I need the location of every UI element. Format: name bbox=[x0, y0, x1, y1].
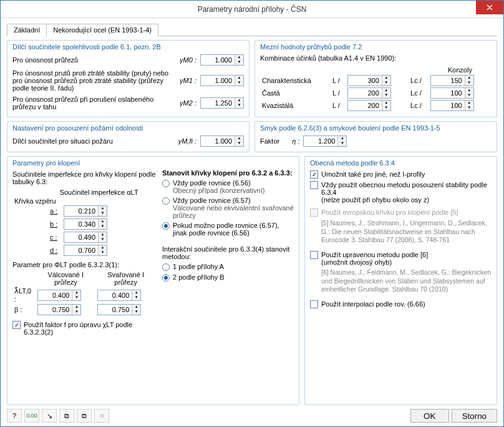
beta-sym: β : bbox=[12, 303, 36, 316]
gm1-symbol: γM1 : bbox=[180, 77, 196, 84]
ltb-alpha-b[interactable]: ▲▼ bbox=[64, 218, 107, 230]
cancel-button[interactable]: Storno bbox=[452, 409, 497, 423]
load-icon-button[interactable]: ↘ bbox=[42, 409, 57, 423]
defl-l-freq[interactable]: ▲▼ bbox=[347, 87, 391, 99]
lambda-roll[interactable]: ▲▼ bbox=[37, 290, 81, 301]
radio-eq656[interactable]: Vždy podle rovnice (6.56)Obecný případ (… bbox=[162, 179, 294, 194]
copy-button[interactable]: ⧉ bbox=[59, 409, 74, 423]
check-always-general[interactable]: Vždy použít obecnou metodu posouzení sta… bbox=[310, 181, 492, 204]
ltb-row-b: b :▲▼ bbox=[50, 218, 156, 230]
shear-input[interactable]: ▲▼ bbox=[303, 135, 347, 147]
check-modified-method[interactable]: Použít upravenou metodu podle [6](umožni… bbox=[310, 251, 492, 266]
fire-label: Dílčí součinitel pro situaci požáru bbox=[12, 137, 175, 145]
ltb-row-c: c :▲▼ bbox=[50, 232, 156, 243]
tab-bar: Základní Nekorodující ocel (EN 1993-1-4) bbox=[7, 23, 497, 36]
phi-label: Parametr pro ΦLT podle 6.3.2.3(1): bbox=[12, 261, 156, 268]
col-imperf: Součinitel imperfekce αLT bbox=[58, 188, 140, 197]
defl-lc-quasi[interactable]: ▲▼ bbox=[430, 100, 474, 111]
shear-label: Faktor bbox=[260, 137, 279, 145]
radio-annex-b[interactable]: 2 podle přílohy B bbox=[162, 273, 294, 282]
gm2-input[interactable]: ▲▼ bbox=[200, 97, 244, 109]
close-icon bbox=[487, 4, 493, 11]
group-gen-title: Obecná metoda podle 6.3.4 bbox=[310, 159, 492, 167]
paste-icon: ⧉ bbox=[82, 412, 87, 420]
ltb-alpha-d[interactable]: ▲▼ bbox=[64, 245, 107, 256]
col-weld: Svařované I průřezy bbox=[95, 270, 156, 287]
group-partial-title: Dílčí součinitele spolehlivosti podle 6.… bbox=[12, 43, 244, 51]
ref-6: [6] Naumes, J., Feldmann, M., Sedlacek, … bbox=[321, 268, 492, 294]
group-fire: Nastavení pro posouzení požární odolnost… bbox=[7, 121, 250, 152]
undo-icon: ↘ bbox=[47, 412, 52, 420]
defl-row-freq: Častá L / ▲▼ Lc / ▲▼ bbox=[260, 87, 492, 99]
ltb-alpha-c[interactable]: ▲▼ bbox=[64, 232, 107, 243]
group-shear: Smyk podle 6.2.6(3) a smykové boulení po… bbox=[254, 121, 497, 152]
ref-5: [5] Naumes, J., Strohmann, I., Ungermann… bbox=[321, 219, 492, 245]
help-button[interactable]: ? bbox=[7, 409, 22, 423]
lambda-weld[interactable]: ▲▼ bbox=[97, 290, 141, 301]
lambda-sym: λ̄LT,0 : bbox=[12, 287, 36, 303]
defl-combo-label: Kombinace účinků (tabulka A1.4 v EN 1990… bbox=[260, 54, 492, 62]
close-button[interactable] bbox=[476, 1, 503, 14]
defl-l-char[interactable]: ▲▼ bbox=[347, 75, 391, 86]
defl-row-quasi: Kvazistálá L / ▲▼ Lc / ▲▼ bbox=[260, 99, 492, 112]
defaults-button[interactable]: 0.00 bbox=[24, 409, 39, 423]
defl-row-char: Charakteristická L / ▲▼ Lc / ▲▼ bbox=[260, 74, 492, 87]
col-curve: Křivka vzpěru bbox=[12, 197, 58, 205]
group-general-method: Obecná metoda podle 6.3.4 ✓Umožnit také … bbox=[304, 156, 497, 405]
imperf-label: Součinitele imperfekce pro křivky klopen… bbox=[12, 170, 156, 185]
fire-input[interactable]: ▲▼ bbox=[200, 135, 244, 147]
group-deflection: Mezní hodnoty průhybů podle 7.2 Kombinac… bbox=[254, 40, 497, 117]
gm0-symbol: γM0 : bbox=[180, 56, 196, 64]
delete-icon: ✕ bbox=[99, 412, 105, 420]
beta-weld[interactable]: ▲▼ bbox=[97, 304, 141, 315]
delete-button: ✕ bbox=[94, 409, 109, 423]
ltb-alpha-a[interactable]: ▲▼ bbox=[64, 205, 107, 217]
check-use-f[interactable]: ✓Použít faktor f pro úpravu χLT podle 6.… bbox=[12, 321, 156, 336]
help-icon: ? bbox=[12, 412, 16, 420]
gm1-label: Pro únosnost prutů proti ztrátě stabilit… bbox=[12, 69, 176, 92]
reset-icon: 0.00 bbox=[26, 413, 37, 419]
defl-lc-freq[interactable]: ▲▼ bbox=[430, 87, 474, 99]
shear-symbol: η : bbox=[292, 137, 299, 145]
tab-stainless[interactable]: Nekorodující ocel (EN 1993-1-4) bbox=[46, 24, 158, 36]
defl-lc-char[interactable]: ▲▼ bbox=[430, 75, 474, 86]
group-ltb-title: Parametry pro klopení bbox=[12, 159, 156, 167]
defl-l-quasi[interactable]: ▲▼ bbox=[347, 100, 391, 111]
gm0-label: Pro únosnost průřezů bbox=[12, 56, 176, 64]
group-shear-title: Smyk podle 6.2.6(3) a smykové boulení po… bbox=[260, 124, 492, 132]
tab-basic[interactable]: Základní bbox=[7, 24, 47, 36]
group-fire-title: Nastavení pro posouzení požární odolnost… bbox=[12, 124, 244, 132]
col-roll: Válcované I průřezy bbox=[36, 270, 95, 287]
ok-button[interactable]: OK bbox=[410, 409, 449, 423]
group-defl-title: Mezní hodnoty průhybů podle 7.2 bbox=[260, 43, 492, 51]
group-partial-factors: Dílčí součinitele spolehlivosti podle 6.… bbox=[7, 40, 250, 117]
curves-title: Stanovit křivky klopení pro 6.3.2 a 6.3.… bbox=[162, 169, 294, 177]
beta-roll[interactable]: ▲▼ bbox=[37, 304, 81, 315]
ltb-row-a: a :▲▼ bbox=[50, 205, 156, 217]
gm1-input[interactable]: ▲▼ bbox=[200, 75, 244, 86]
copy-icon: ⧉ bbox=[64, 412, 69, 420]
radio-annex-a[interactable]: 1 podle přílohy A bbox=[162, 263, 294, 271]
fire-symbol: γM,fi : bbox=[178, 137, 196, 145]
ltb-row-d: d :▲▼ bbox=[50, 245, 156, 256]
paste-button[interactable]: ⧉ bbox=[77, 409, 92, 423]
check-allow-noni[interactable]: ✓Umožnit také pro jiné, než I-profily bbox=[310, 170, 492, 179]
radio-eq-auto[interactable]: Pokud možno podle rovnice (6.57), jinak … bbox=[162, 222, 294, 237]
gm2-label: Pro únosnost průřezů při porušení oslabe… bbox=[12, 96, 176, 110]
check-eu-curve: Použít evropskou křivku pro klopení podl… bbox=[310, 209, 492, 217]
titlebar: Parametry národní přílohy - ČSN bbox=[1, 1, 503, 18]
radio-eq657[interactable]: Vždy podle rovnice (6.57)Válcované nebo … bbox=[162, 197, 294, 219]
window-title: Parametry národní přílohy - ČSN bbox=[198, 5, 307, 14]
gm2-symbol: γM2 : bbox=[180, 99, 196, 107]
group-ltb: Parametry pro klopení Součinitele imperf… bbox=[7, 156, 299, 405]
check-interpolation[interactable]: Použít interpolaci podle rov. (6.66) bbox=[310, 300, 492, 308]
interact-title: Interakční součinitele pro 6.3.3(4) stan… bbox=[162, 245, 294, 260]
gm0-input[interactable]: ▲▼ bbox=[200, 54, 244, 66]
defl-col-console: Konzoly bbox=[429, 66, 492, 74]
